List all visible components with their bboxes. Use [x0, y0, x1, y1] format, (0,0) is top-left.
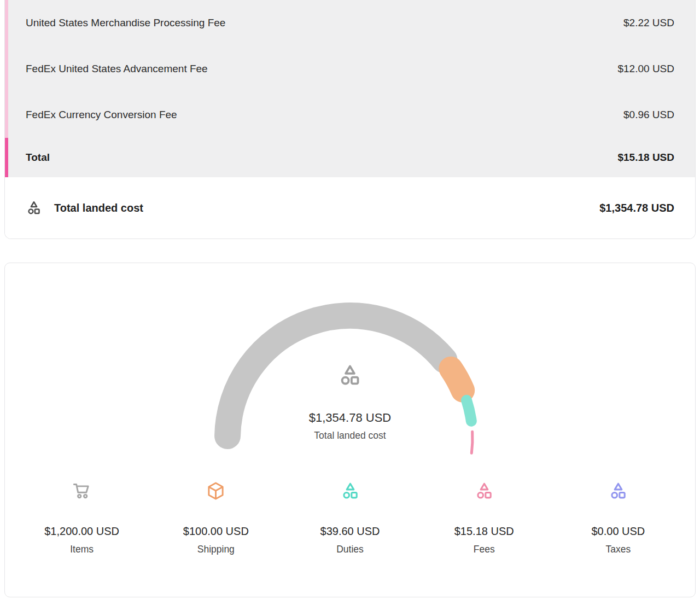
gauge-segment-shipping: [451, 369, 463, 391]
legend-item-items: $1,200.00 USD Items: [15, 480, 149, 555]
legend-item-fees: $15.18 USD Fees: [417, 480, 551, 555]
fee-row: FedEx United States Advancement Fee $12.…: [5, 46, 695, 92]
legend-amount: $1,200.00 USD: [44, 525, 119, 538]
fee-label: FedEx Currency Conversion Fee: [26, 109, 177, 121]
cart-icon: [71, 480, 93, 502]
legend-amount: $39.60 USD: [320, 525, 380, 538]
fee-total-row: Total $15.18 USD: [5, 138, 695, 177]
legend-item-taxes: $0.00 USD Taxes: [551, 480, 685, 555]
total-landed-cost-label: Total landed cost: [54, 202, 143, 214]
landed-cost-icon: [473, 480, 495, 502]
legend-label: Fees: [474, 543, 495, 555]
landed-cost-icon: [339, 480, 361, 502]
gauge-segment-duties: [466, 400, 471, 421]
landed-cost-chart-card: $1,354.78 USD Total landed cost $1,200.0…: [4, 263, 696, 597]
fee-amount: $0.96 USD: [623, 109, 674, 121]
legend-amount: $100.00 USD: [183, 525, 249, 538]
fee-amount: $12.00 USD: [617, 63, 674, 75]
gauge-arcs: [208, 296, 492, 460]
legend: $1,200.00 USD Items $100.00 USD Shipping…: [5, 480, 695, 555]
legend-amount: $0.00 USD: [591, 525, 645, 538]
fee-total-label: Total: [26, 152, 50, 164]
total-landed-cost-amount: $1,354.78 USD: [599, 202, 674, 214]
fee-row: FedEx Currency Conversion Fee $0.96 USD: [5, 92, 695, 138]
legend-label: Duties: [336, 543, 364, 555]
legend-label: Shipping: [197, 543, 235, 555]
legend-item-shipping: $100.00 USD Shipping: [149, 480, 283, 555]
landed-cost-icon: [26, 200, 42, 216]
total-landed-cost-row: Total landed cost $1,354.78 USD: [5, 177, 695, 238]
fee-row: United States Merchandise Processing Fee…: [5, 0, 695, 46]
landed-cost-icon: [607, 480, 629, 502]
gauge-segment-fees: [471, 432, 472, 453]
fee-label: FedEx United States Advancement Fee: [26, 63, 208, 75]
legend-amount: $15.18 USD: [454, 525, 514, 538]
fee-breakdown-card: United States Merchandise Processing Fee…: [4, 0, 696, 239]
fee-amount: $2.22 USD: [623, 17, 674, 29]
gauge-chart: $1,354.78 USD Total landed cost: [208, 296, 492, 460]
gauge-segment-items: [228, 316, 445, 436]
fee-total-amount: $15.18 USD: [617, 152, 674, 164]
legend-label: Items: [70, 543, 94, 555]
legend-item-duties: $39.60 USD Duties: [283, 480, 417, 555]
fee-label: United States Merchandise Processing Fee: [26, 17, 225, 29]
legend-label: Taxes: [606, 543, 631, 555]
package-icon: [205, 480, 227, 502]
